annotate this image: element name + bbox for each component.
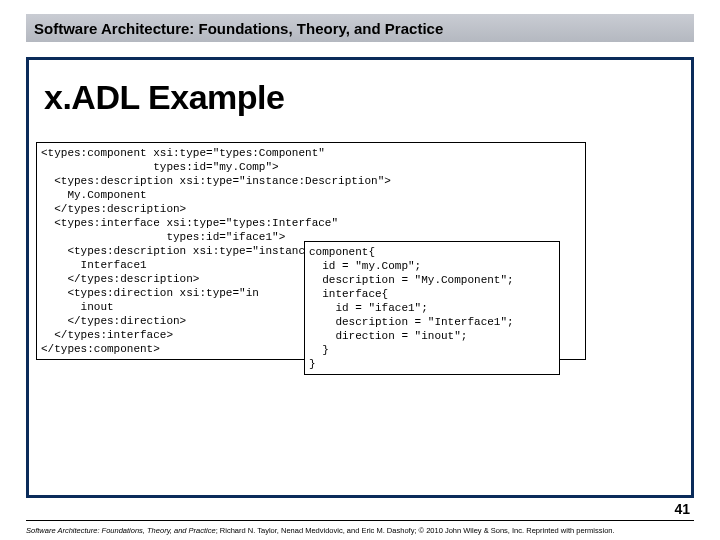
page-number: 41 (674, 501, 690, 517)
code-dsl-box: component{ id = "my.Comp"; description =… (304, 241, 560, 375)
slide-header: Software Architecture: Foundations, Theo… (26, 14, 694, 42)
footer-rest: ; Richard N. Taylor, Nenad Medvidovic, a… (216, 526, 615, 535)
slide-title: x.ADL Example (44, 78, 284, 117)
footer-divider (26, 520, 694, 521)
footer-citation: Software Architecture: Foundations, Theo… (26, 526, 694, 535)
footer-book-title: Software Architecture: Foundations, Theo… (26, 526, 216, 535)
header-title: Software Architecture: Foundations, Theo… (34, 20, 443, 37)
